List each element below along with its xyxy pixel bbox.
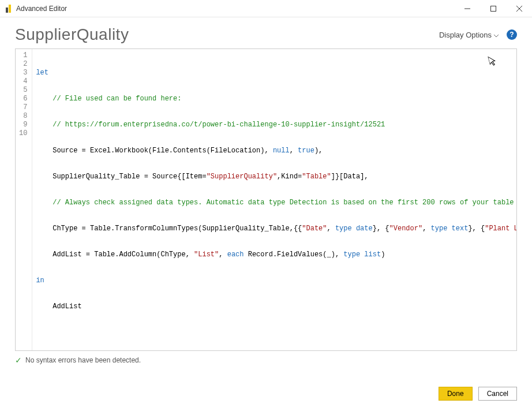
code-content[interactable]: let // File used can be found here: // h…: [32, 49, 516, 350]
window-controls: [454, 0, 532, 17]
footer-buttons: Done Cancel: [439, 387, 517, 401]
maximize-icon: [490, 6, 496, 12]
cancel-button[interactable]: Cancel: [478, 387, 517, 401]
app-icon: [5, 5, 13, 13]
status-bar: ✓ No syntax errors have been detected.: [0, 351, 532, 365]
maximize-button[interactable]: [480, 0, 506, 17]
status-message: No syntax errors have been detected.: [25, 356, 141, 364]
display-options-label: Display Options: [439, 31, 492, 39]
done-button[interactable]: Done: [439, 387, 473, 401]
header: SupplierQuality Display Options ?: [0, 17, 532, 48]
chevron-down-icon: [494, 31, 499, 39]
line-gutter: 12345678910: [16, 49, 32, 350]
checkmark-icon: ✓: [15, 356, 22, 365]
display-options-dropdown[interactable]: Display Options: [439, 31, 499, 39]
window-title: Advanced Editor: [16, 5, 67, 13]
titlebar: Advanced Editor: [0, 0, 532, 17]
close-button[interactable]: [506, 0, 532, 17]
close-icon: [516, 6, 522, 12]
svg-rect-1: [490, 6, 496, 11]
question-icon: ?: [509, 31, 514, 39]
query-name: SupplierQuality: [15, 25, 129, 44]
minimize-button[interactable]: [454, 0, 480, 17]
code-editor[interactable]: 12345678910 let // File used can be foun…: [15, 48, 517, 351]
minimize-icon: [464, 6, 470, 12]
help-button[interactable]: ?: [507, 29, 517, 40]
